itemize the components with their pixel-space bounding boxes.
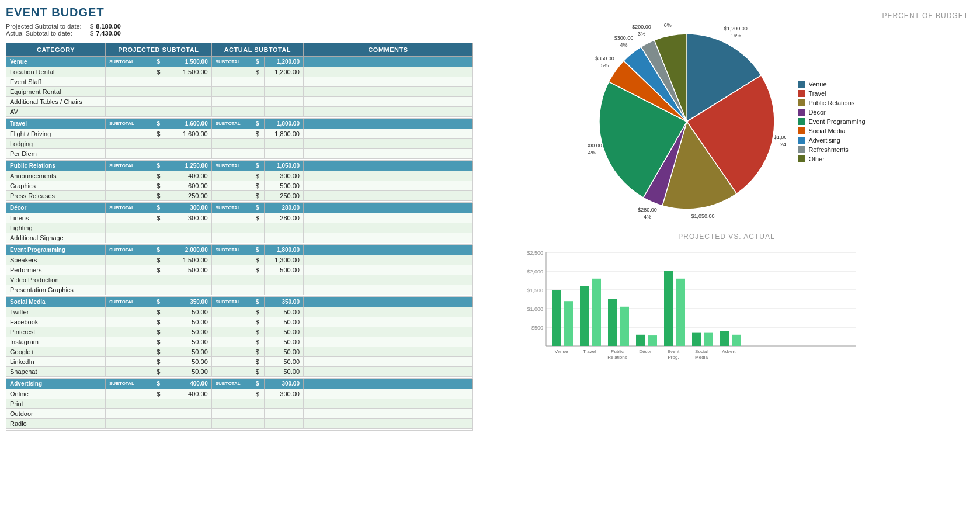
pie-chart-section: $1,200.0016%$1,800.0024%$1,050.0014%$280… — [485, 22, 968, 221]
bar-projected — [636, 335, 645, 346]
pie-label-percent: 4% — [620, 42, 628, 48]
table-row: Performers $ 500.00 $ 500.00 — [6, 265, 473, 275]
bar-category-label: Advert. — [722, 349, 736, 354]
bar-projected — [720, 331, 729, 346]
legend-color-box — [798, 146, 805, 153]
header-projected: PROJECTED SUBTOTAL — [106, 43, 212, 57]
actual-value: 7,430.00 — [96, 30, 121, 37]
bar-category-label: Media — [695, 355, 708, 360]
bar-projected — [692, 333, 701, 346]
table-row: Instagram $ 50.00 $ 50.00 — [6, 337, 473, 347]
legend-label: Event Programming — [808, 118, 865, 125]
bar-actual — [564, 301, 573, 346]
legend-item: Décor — [798, 109, 865, 116]
category-name: Décor — [6, 203, 106, 213]
pie-chart: $1,200.0016%$1,800.0024%$1,050.0014%$280… — [588, 22, 786, 221]
legend-item: Travel — [798, 90, 865, 97]
bar-category-label: Décor — [639, 349, 652, 354]
bar-projected — [608, 299, 617, 346]
table-row: Print — [6, 399, 473, 409]
table-row: Press Releases $ 250.00 $ 250.00 — [6, 191, 473, 201]
pie-label-value: $1,050.00 — [691, 213, 715, 219]
bar-actual — [592, 279, 601, 346]
y-axis-label: $1,500 — [527, 287, 543, 293]
projected-dollar: $ — [90, 23, 93, 30]
category-row: Venue SUBTOTAL $ 1,500.00 SUBTOTAL $ 1,2… — [6, 57, 473, 67]
pie-label-value: $1,800.00 — [588, 143, 602, 148]
category-name: Advertising — [6, 379, 106, 389]
legend-color-box — [798, 99, 805, 106]
table-row: Video Production — [6, 275, 473, 285]
header-category: CATEGORY — [6, 43, 106, 57]
actual-dollar: $ — [90, 30, 93, 37]
category-row: Travel SUBTOTAL $ 1,600.00 SUBTOTAL $ 1,… — [6, 119, 473, 129]
bar-chart-section: PROJECTED vs. ACTUAL $2,500$2,000$1,500$… — [485, 233, 968, 363]
table-row: Per Diem — [6, 149, 473, 159]
bar-actual — [732, 335, 741, 346]
category-name: Travel — [6, 119, 106, 129]
legend-item: Advertising — [798, 137, 865, 144]
legend-item: Venue — [798, 81, 865, 88]
table-row: Online $ 400.00 $ 300.00 — [6, 389, 473, 399]
y-axis-label: $1,000 — [527, 306, 543, 312]
legend-item: Event Programming — [798, 118, 865, 125]
table-row: AV — [6, 107, 473, 117]
category-name: Event Programming — [6, 245, 106, 255]
summary-section: Projected Subtotal to date: $ 8,180.00 A… — [6, 23, 473, 37]
right-panel: PERCENT OF BUDGET $1,200.0016%$1,800.002… — [479, 6, 974, 524]
category-row: Event Programming SUBTOTAL $ 2,000.00 SU… — [6, 245, 473, 255]
chart-wrapper: $2,500$2,000$1,500$1,000$500VenueTravelP… — [485, 247, 968, 363]
legend-item: Refreshments — [798, 146, 865, 153]
legend-color-box — [798, 81, 805, 88]
legend-color-box — [798, 137, 805, 144]
bar-actual — [704, 333, 713, 346]
category-row: Public Relations SUBTOTAL $ 1,250.00 SUB… — [6, 161, 473, 171]
bar-projected — [580, 286, 589, 346]
category-name: Social Media — [6, 297, 106, 307]
legend-label: Advertising — [808, 137, 840, 144]
pie-label-percent: 16% — [731, 33, 741, 39]
legend-label: Venue — [808, 81, 826, 88]
legend-color-box — [798, 155, 805, 162]
bar-projected — [664, 271, 673, 346]
y-axis-label: $2,500 — [527, 250, 543, 256]
pie-label-value: $300.00 — [614, 35, 634, 41]
table-row: Pinterest $ 50.00 $ 50.00 — [6, 327, 473, 337]
table-row: LinkedIn $ 50.00 $ 50.00 — [6, 357, 473, 367]
legend-color-box — [798, 90, 805, 97]
bar-category-label: Prog. — [668, 355, 679, 360]
bar-category-label: Event — [668, 349, 680, 354]
pie-label-percent: 24% — [780, 141, 786, 147]
table-row: Location Rental $ 1,500.00 $ 1,200.00 — [6, 67, 473, 77]
table-row: Graphics $ 600.00 $ 500.00 — [6, 181, 473, 191]
table-row: Event Staff — [6, 77, 473, 87]
pie-chart-title: PERCENT OF BUDGET — [485, 12, 968, 20]
spacer-row — [6, 429, 473, 431]
legend-item: Other — [798, 155, 865, 162]
bar-category-label: Relations — [607, 355, 627, 360]
legend-label: Public Relations — [808, 99, 854, 106]
category-row: Décor SUBTOTAL $ 300.00 SUBTOTAL $ 280.0… — [6, 203, 473, 213]
pie-label-percent: 5% — [601, 63, 609, 68]
pie-label-percent: 14% — [698, 220, 708, 221]
pie-label-percent: 24% — [588, 150, 596, 155]
legend-label: Other — [808, 155, 825, 162]
legend-label: Décor — [808, 109, 825, 116]
pie-label-percent: 6% — [664, 22, 672, 28]
category-name: Venue — [6, 57, 106, 67]
actual-label: Actual Subtotal to date: — [6, 30, 88, 37]
table-row: Equipment Rental — [6, 87, 473, 97]
legend-item: Public Relations — [798, 99, 865, 106]
bar-projected — [552, 290, 561, 346]
legend-item: Social Media — [798, 127, 865, 134]
bar-category-label: Public — [611, 349, 624, 354]
category-name: Public Relations — [6, 161, 106, 171]
header-actual: ACTUAL SUBTOTAL — [211, 43, 303, 57]
table-row: Presentation Graphics — [6, 285, 473, 295]
legend-label: Travel — [808, 90, 826, 97]
table-row: Radio — [6, 419, 473, 429]
bar-category-label: Travel — [583, 349, 596, 354]
table-row: Speakers $ 1,500.00 $ 1,300.00 — [6, 255, 473, 265]
legend-label: Refreshments — [808, 146, 848, 153]
pie-label-value: $1,800.00 — [774, 134, 786, 140]
